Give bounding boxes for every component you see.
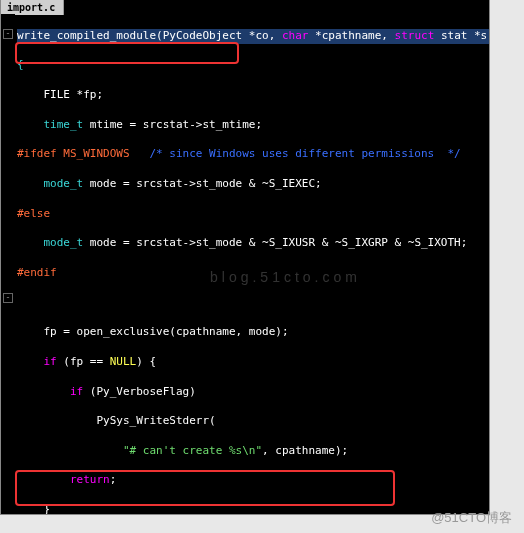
code-line: #else [17, 207, 489, 222]
fold-gutter: - - [1, 14, 15, 514]
code-line: fp = open_exclusive(cpathname, mode); [17, 325, 489, 340]
code-line: FILE *fp; [17, 88, 489, 103]
code-lines[interactable]: write_compiled_module(PyCodeObject *co, … [15, 14, 489, 514]
code-line: { [17, 58, 489, 73]
fold-icon[interactable]: - [3, 29, 13, 39]
code-line: #ifdef MS_WINDOWS /* since Windows uses … [17, 147, 489, 162]
code-line: mode_t mode = srcstat->st_mode & ~S_IEXE… [17, 177, 489, 192]
code-line: time_t mtime = srcstat->st_mtime; [17, 118, 489, 133]
code-line: #endif [17, 266, 489, 281]
code-line [17, 296, 489, 311]
code-line: write_compiled_module(PyCodeObject *co, … [17, 29, 489, 44]
code-area[interactable]: import.c - - write_compiled_module(PyCod… [0, 0, 490, 515]
code-line: mode_t mode = srcstat->st_mode & ~S_IXUS… [17, 236, 489, 251]
code-line: if (Py_VerboseFlag) [17, 385, 489, 400]
code-line: if (fp == NULL) { [17, 355, 489, 370]
file-tab[interactable]: import.c [1, 0, 64, 15]
file-tab-label: import.c [7, 2, 55, 13]
fold-icon[interactable]: - [3, 293, 13, 303]
code-line: } [17, 503, 489, 515]
code-line: "# can't create %s\n", cpathname); [17, 444, 489, 459]
code-line: PySys_WriteStderr( [17, 414, 489, 429]
code-line: return; [17, 473, 489, 488]
watermark-corner: @51CTO博客 [431, 509, 512, 527]
editor-window: import.c - - write_compiled_module(PyCod… [0, 0, 524, 533]
